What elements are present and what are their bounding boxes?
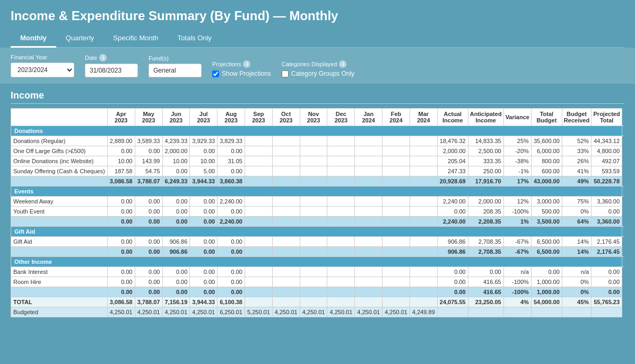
row-value: 25% xyxy=(503,136,531,146)
row-value xyxy=(272,136,300,146)
row-value xyxy=(410,287,437,297)
row-value: 0% xyxy=(562,207,591,217)
row-value xyxy=(355,277,382,287)
row-value: 31.05 xyxy=(218,156,245,166)
row-value: 0.00 xyxy=(190,247,218,257)
financial-year-label: Financial Year xyxy=(11,54,74,60)
row-value xyxy=(300,237,327,247)
row-value: 20,928.69 xyxy=(437,176,468,187)
row-value: 1,000.00 xyxy=(531,287,562,297)
row-value: 44,343.12 xyxy=(591,136,622,146)
row-label: Room Hire xyxy=(11,277,108,287)
date-filter: Date ℹ xyxy=(85,54,138,77)
row-value: n/a xyxy=(503,267,531,277)
col-oct: Oct2023 xyxy=(272,109,300,126)
row-value: 6,249.33 xyxy=(162,176,190,187)
row-value: 0.00 xyxy=(468,267,503,277)
row-value: 2,708.35 xyxy=(468,247,503,257)
row-value xyxy=(382,277,410,287)
row-value xyxy=(355,247,382,257)
tab-specific-month[interactable]: Specific Month xyxy=(103,30,168,48)
category-groups-group: Category Groups Only xyxy=(282,70,354,77)
row-value xyxy=(591,307,622,317)
row-value: 0% xyxy=(562,287,591,297)
row-value xyxy=(327,247,355,257)
row-value: 0.00 xyxy=(190,146,218,156)
financial-year-filter: Financial Year 2023/2024 xyxy=(11,54,74,77)
categories-info-icon[interactable]: ℹ xyxy=(339,60,346,68)
row-value: 1,000.00 xyxy=(531,277,562,287)
row-value: 0.00 xyxy=(162,207,190,217)
row-value: 3,360.00 xyxy=(591,197,622,207)
row-value xyxy=(245,207,272,217)
row-value: 54.75 xyxy=(135,166,162,176)
date-label: Date ℹ xyxy=(85,54,138,61)
row-value xyxy=(382,166,410,176)
row-value: 2,889.00 xyxy=(107,136,135,146)
row-value: 41% xyxy=(562,166,591,176)
show-projections-checkbox[interactable] xyxy=(212,70,219,77)
row-value xyxy=(410,146,437,156)
row-value: 0.00 xyxy=(190,197,218,207)
row-value xyxy=(272,247,300,257)
category-groups-checkbox[interactable] xyxy=(282,70,289,77)
table-row: Budgeted4,250.014,250.014,250.014,250.01… xyxy=(11,307,625,317)
row-value xyxy=(272,237,300,247)
row-value xyxy=(382,267,410,277)
row-value: 2,176.45 xyxy=(591,237,622,247)
col-feb: Feb2024 xyxy=(382,109,410,126)
row-value: -100% xyxy=(503,287,531,297)
row-value xyxy=(382,217,410,227)
row-value: 26% xyxy=(562,156,591,166)
row-value: 4,239.33 xyxy=(162,136,190,146)
funds-input[interactable] xyxy=(149,64,202,77)
row-value xyxy=(327,277,355,287)
projections-info-icon[interactable]: ℹ xyxy=(243,60,250,68)
tab-bar: Monthly Quarterly Specific Month Totals … xyxy=(11,30,624,48)
row-value xyxy=(327,166,355,176)
row-value: 906.86 xyxy=(162,237,190,247)
row-value xyxy=(245,197,272,207)
tab-totals-only[interactable]: Totals Only xyxy=(168,30,221,48)
row-value xyxy=(355,197,382,207)
row-value xyxy=(300,156,327,166)
row-value: 4,250.01 xyxy=(355,307,382,317)
row-value: -38% xyxy=(503,156,531,166)
row-value: 0.00 xyxy=(190,267,218,277)
row-value xyxy=(355,267,382,277)
row-value: 5,250.01 xyxy=(245,307,272,317)
row-value xyxy=(327,136,355,146)
row-value: 52% xyxy=(562,136,591,146)
row-value: 49% xyxy=(562,176,591,187)
row-label: Other Income xyxy=(11,257,622,267)
categories-filter: Categories Displayed ℹ Category Groups O… xyxy=(282,60,354,77)
row-value xyxy=(410,247,437,257)
tab-monthly[interactable]: Monthly xyxy=(11,30,56,48)
row-value: 2,240.00 xyxy=(437,197,468,207)
row-value xyxy=(355,176,382,187)
row-value: 0.00 xyxy=(135,277,162,287)
date-input[interactable] xyxy=(85,64,138,77)
row-value: 14,833.35 xyxy=(468,136,503,146)
row-value: 10.00 xyxy=(190,156,218,166)
tab-quarterly[interactable]: Quarterly xyxy=(56,30,103,48)
row-value: 2,708.35 xyxy=(468,237,503,247)
row-value xyxy=(410,207,437,217)
row-value: 45% xyxy=(562,297,591,307)
row-value xyxy=(531,307,562,317)
row-value: 250.00 xyxy=(468,166,503,176)
projections-label: Projections ℹ xyxy=(212,60,271,68)
row-label xyxy=(11,287,108,297)
col-jan: Jan2024 xyxy=(355,109,382,126)
row-value: -67% xyxy=(503,237,531,247)
row-value: 3,944.33 xyxy=(190,176,218,187)
row-value xyxy=(272,197,300,207)
row-value: 247.33 xyxy=(437,166,468,176)
row-value: 2,208.35 xyxy=(468,217,503,227)
row-value xyxy=(272,207,300,217)
row-value xyxy=(300,176,327,187)
category-groups-label: Category Groups Only xyxy=(291,70,354,77)
row-value xyxy=(327,267,355,277)
financial-year-select[interactable]: 2023/2024 xyxy=(11,63,74,77)
date-info-icon[interactable]: ℹ xyxy=(99,54,107,61)
